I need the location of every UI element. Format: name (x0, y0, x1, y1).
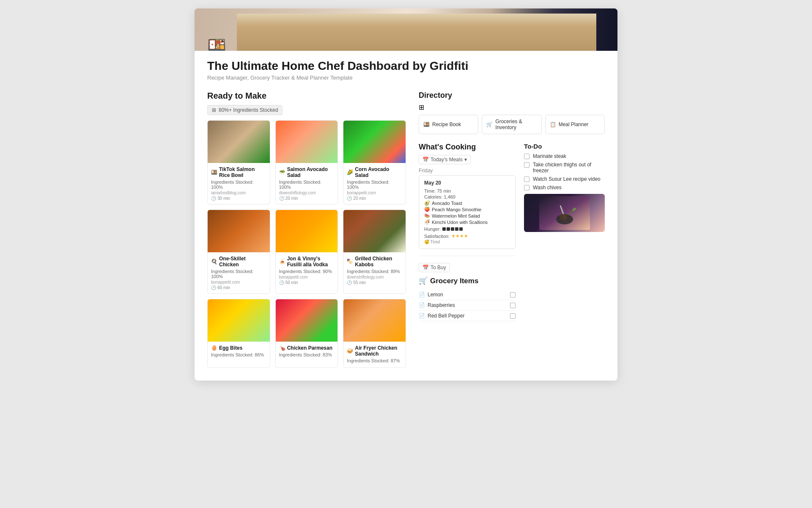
satisfaction-label: Satisfaction: (424, 234, 450, 239)
recipe-stocked: Ingredients Stocked: 100% (279, 179, 335, 190)
directory-buttons: 🍱 Recipe Book 🛒 Groceries & Inventory 📋 … (419, 115, 605, 134)
day-label: Friday (419, 168, 516, 174)
svg-point-3 (560, 214, 568, 221)
doc-icon-3: 📄 (419, 313, 425, 319)
recipe-source: bonappetit.com (347, 190, 402, 195)
clock-icon: 🕐 (279, 280, 284, 285)
directory-section: Directory ⊞ 🍱 Recipe Book 🛒 Groceries & … (419, 91, 605, 134)
todo-item-4: Wash chives (524, 185, 605, 190)
recipe-card[interactable]: 🍱 TikTok Salmon Rice Bowl Ingredients St… (207, 120, 270, 204)
recipe-book-button[interactable]: 🍱 Recipe Book (419, 115, 478, 134)
recipe-card[interactable]: 🍳 One-Skillet Chicken Ingredients Stocke… (207, 210, 270, 294)
grocery-item-left: 📄 Red Bell Pepper (419, 313, 464, 319)
recipe-image (343, 299, 406, 342)
filter-label: 80%+ Ingredients Stocked (219, 107, 278, 113)
smoothie-icon: 🍑 (424, 207, 430, 212)
clock-icon: 🕐 (211, 196, 216, 201)
groceries-icon: 🛒 (486, 121, 493, 127)
todo-list: To-Do Marinate steak Take chicken thighs… (524, 143, 605, 190)
recipe-info: 🥪 Air Fryer Chicken Sandwich Ingredients… (343, 342, 406, 367)
chevron-down-icon: ▾ (464, 157, 467, 163)
right-panel: Directory ⊞ 🍱 Recipe Book 🛒 Groceries & … (419, 91, 605, 368)
recipe-emoji: 🍳 (211, 259, 217, 265)
page-subtitle: Recipe Manager, Grocery Tracker & Meal P… (207, 75, 605, 81)
meal-calories: Calories: 1,460 (424, 194, 510, 199)
whats-cooking-section: What's Cooking 📅 Today's Meals ▾ Friday … (419, 143, 516, 321)
today-meals-button[interactable]: 📅 Today's Meals ▾ (419, 155, 471, 164)
todo-checkbox-3[interactable] (524, 177, 529, 182)
recipe-card[interactable]: 🍗 Chicken Parmesan Ingredients Stocked: … (275, 299, 338, 368)
recipe-time: 🕐 20 min (347, 196, 402, 201)
hunger-bar-2 (447, 227, 450, 231)
calendar-icon-2: 📅 (422, 265, 429, 271)
recipe-book-label: Recipe Book (432, 121, 461, 127)
ready-to-make-title: Ready to Make (207, 91, 406, 101)
calendar-icon: 📅 (422, 157, 429, 163)
recipe-name: 🥗 Salmon Avocado Salad (279, 166, 335, 178)
to-buy-label: To Buy (431, 265, 446, 271)
todo-checkbox-1[interactable] (524, 154, 529, 159)
todo-label-3: Watch Susur Lee recipe video (533, 176, 601, 182)
recipe-image (276, 210, 338, 252)
meal-item-1: 🥑 Avocado Toast (424, 200, 510, 206)
to-buy-button[interactable]: 📅 To Buy (419, 263, 450, 272)
clock-icon: 🕐 (347, 196, 352, 201)
clock-icon: 🕐 (347, 280, 352, 285)
recipe-name: 🍳 One-Skillet Chicken (211, 256, 266, 268)
recipe-source: bonappetit.com (279, 275, 335, 279)
meal-date: May 20 (424, 180, 510, 186)
todo-checkbox-4[interactable] (524, 185, 529, 190)
whats-cooking-title: What's Cooking (419, 143, 516, 152)
grocery-checkbox-1[interactable] (510, 292, 516, 298)
recipe-card[interactable]: 🥗 Salmon Avocado Salad Ingredients Stock… (275, 120, 338, 204)
recipe-card[interactable]: 🍢 Grilled Chicken Kabobs Ingredients Sto… (343, 210, 406, 294)
groceries-inventory-button[interactable]: 🛒 Groceries & Inventory (482, 115, 541, 134)
meal-planner-button[interactable]: 📋 Meal Planner (545, 115, 605, 134)
recipe-source: iamafoodblog.com (211, 190, 266, 195)
chef-illustration (524, 194, 605, 232)
todo-label-2: Take chicken thighs out of freezer (533, 162, 605, 174)
page-content: The Ultimate Home Chef Dashboard by Grid… (195, 51, 617, 381)
recipe-name: 🥪 Air Fryer Chicken Sandwich (347, 345, 402, 357)
recipe-image (208, 210, 270, 252)
meal-planner-label: Meal Planner (559, 121, 589, 127)
recipe-info: 🍝 Jon & Vinny's Fusilli alla Vodka Ingre… (276, 252, 338, 288)
satisfaction-stars: ★★★★ (451, 233, 468, 239)
recipe-name: 🍝 Jon & Vinny's Fusilli alla Vodka (279, 256, 335, 268)
recipe-image (208, 299, 270, 342)
recipe-info: 🍱 TikTok Salmon Rice Bowl Ingredients St… (208, 163, 270, 204)
meal-planner-icon: 📋 (550, 121, 556, 127)
recipe-image (343, 121, 406, 163)
recipe-info: 🥚 Egg Bites Ingredients Stocked: 86% (208, 342, 270, 362)
clock-icon: 🕐 (279, 196, 284, 201)
recipe-card[interactable]: 🌽 Corn Avocado Salad Ingredients Stocked… (343, 120, 406, 204)
grocery-checkbox-2[interactable] (510, 303, 516, 308)
recipe-stocked: Ingredients Stocked: 87% (347, 358, 402, 363)
hunger-bar-3 (451, 227, 454, 231)
recipe-card[interactable]: 🥪 Air Fryer Chicken Sandwich Ingredients… (343, 299, 406, 368)
recipe-time: 🕐 50 min (279, 280, 335, 285)
grocery-item-name-3: Red Bell Pepper (428, 313, 464, 319)
hunger-label: Hunger: (424, 226, 441, 232)
grocery-item-left: 📄 Lemon (419, 292, 443, 298)
ramen-icon: 🍜 (424, 219, 430, 225)
recipe-grid: 🍱 TikTok Salmon Rice Bowl Ingredients St… (207, 120, 406, 368)
chef-svg (539, 196, 590, 230)
recipe-card[interactable]: 🍝 Jon & Vinny's Fusilli alla Vodka Ingre… (275, 210, 338, 294)
recipe-card[interactable]: 🥚 Egg Bites Ingredients Stocked: 86% (207, 299, 270, 368)
recipe-stocked: Ingredients Stocked: 86% (211, 352, 266, 357)
filter-badge[interactable]: ⊞ 80%+ Ingredients Stocked (207, 105, 283, 115)
recipe-stocked: Ingredients Stocked: 100% (347, 179, 402, 190)
grocery-checkbox-3[interactable] (510, 313, 516, 319)
meal-card: May 20 Time: 75 min Calories: 1,460 🥑 Av… (419, 175, 516, 249)
recipe-emoji: 🍗 (279, 345, 285, 351)
hunger-bar-4 (455, 227, 458, 231)
todo-checkbox-2[interactable] (524, 162, 529, 168)
meal-item-3: 🍉 Watermelon Mint Salad (424, 213, 510, 218)
recipe-image (343, 210, 406, 252)
recipe-book-icon: 🍱 (423, 121, 430, 127)
avocado-icon: 🥑 (424, 200, 430, 206)
recipe-time: 🕐 20 min (279, 196, 335, 201)
page-emoji: 🍱 (207, 37, 226, 51)
grocery-item-2: 📄 Raspberries (419, 300, 516, 311)
